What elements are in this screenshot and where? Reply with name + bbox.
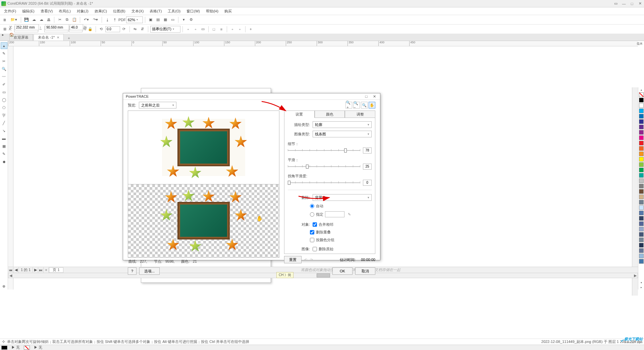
swatch-23[interactable] bbox=[639, 221, 644, 226]
shape-tool-icon[interactable]: ✎ bbox=[1, 50, 7, 57]
ellipse-tool-icon[interactable]: ◯ bbox=[1, 96, 7, 103]
tab-adjust[interactable]: 调整 bbox=[345, 111, 375, 118]
close-icon[interactable]: ✕ bbox=[637, 1, 643, 6]
swatch-21[interactable] bbox=[639, 211, 644, 215]
zoom-out-icon[interactable]: 🔍− bbox=[353, 102, 360, 108]
tab-add-icon[interactable]: ＋ bbox=[64, 36, 73, 41]
preview-pane[interactable]: ✋ bbox=[128, 111, 279, 258]
text-tool-icon[interactable]: 字 bbox=[1, 112, 7, 119]
menu-layout[interactable]: 布局(L) bbox=[56, 8, 73, 14]
preview-after[interactable]: ✋ bbox=[128, 184, 279, 258]
merge-checkbox[interactable] bbox=[313, 222, 317, 227]
ruler-horizontal[interactable]: 200 150 100 50 0 50 100 150 200 250 300 … bbox=[8, 41, 638, 46]
zoom-in-icon[interactable]: 🔍＋ bbox=[345, 102, 352, 108]
rotate-cw-icon[interactable]: ⟳ bbox=[121, 26, 127, 33]
zoom-tool-icon[interactable]: 🔍 bbox=[1, 65, 7, 72]
corner-slider[interactable] bbox=[288, 180, 360, 185]
trans2-icon[interactable]: ▫ bbox=[236, 26, 243, 33]
help-icon[interactable]: ▭ bbox=[613, 1, 619, 6]
palette-scroll-down-icon[interactable]: ▾ bbox=[638, 280, 644, 285]
delete-orig-checkbox[interactable] bbox=[313, 247, 317, 251]
tab-colors[interactable]: 颜色 bbox=[315, 111, 345, 118]
snap-icon[interactable]: ▾ bbox=[180, 16, 187, 23]
parallel-dim-tool-icon[interactable]: ╱ bbox=[1, 120, 7, 126]
palette-scroll-up-icon[interactable]: ▴ bbox=[638, 87, 644, 92]
object-origin-icon[interactable]: ⊞ bbox=[1, 26, 8, 33]
undo-icon[interactable]: ↶▾ bbox=[82, 16, 91, 23]
print-icon[interactable]: 🖶 bbox=[45, 16, 52, 23]
smooth-slider[interactable] bbox=[288, 164, 360, 169]
color-black-icon[interactable] bbox=[1, 346, 7, 350]
fullscreen-icon[interactable]: ▣ bbox=[147, 16, 154, 23]
tab-settings[interactable]: 设置 bbox=[284, 111, 315, 118]
eyedropper-icon[interactable]: ✎ bbox=[346, 211, 352, 217]
tab-document[interactable]: 未命名 -1*✕ bbox=[34, 34, 64, 41]
detail-slider[interactable] bbox=[288, 148, 360, 153]
swatch-4[interactable] bbox=[639, 119, 644, 124]
fill-tool-icon[interactable]: ◆ bbox=[1, 158, 7, 165]
swatch-29[interactable] bbox=[639, 254, 644, 258]
zoom-dropdown[interactable]: 62% bbox=[126, 16, 143, 23]
height-input[interactable] bbox=[45, 24, 69, 30]
page-next-icon[interactable]: ▶ bbox=[33, 267, 38, 273]
trans1-icon[interactable]: ▫ bbox=[229, 26, 236, 33]
swatch-30[interactable] bbox=[639, 259, 644, 264]
zoom-fit-icon[interactable]: 🔍 bbox=[361, 102, 368, 108]
copy-icon[interactable]: ⧉ bbox=[64, 16, 70, 23]
drop-shadow-tool-icon[interactable]: ▬ bbox=[1, 135, 7, 142]
swatch-15[interactable] bbox=[639, 178, 644, 183]
eyedropper-tool-icon[interactable]: ✎ bbox=[1, 150, 7, 157]
auto-radio[interactable] bbox=[310, 204, 314, 208]
pick-tool-corner-icon[interactable]: ▸ bbox=[2, 33, 4, 37]
paste-icon[interactable]: 📋 bbox=[71, 16, 78, 23]
minimize-icon[interactable]: — bbox=[621, 1, 627, 6]
pan-icon[interactable]: ✋ bbox=[369, 102, 375, 108]
menu-buy[interactable]: 购买 bbox=[222, 8, 234, 14]
save-icon[interactable]: 💾 bbox=[23, 16, 30, 23]
export-icon[interactable]: ⭱ bbox=[111, 16, 118, 23]
swatch-25[interactable] bbox=[639, 232, 644, 237]
open-icon[interactable]: 📁▾ bbox=[9, 16, 19, 23]
home-tab-icon[interactable]: 🏠 bbox=[9, 33, 14, 37]
page-add-icon[interactable]: ＋ bbox=[44, 267, 49, 273]
smooth-value[interactable]: 25 bbox=[363, 164, 372, 170]
swatch-1[interactable] bbox=[639, 103, 644, 108]
cloud-up-icon[interactable]: ☁ bbox=[38, 16, 45, 23]
page-last-icon[interactable]: ⏭ bbox=[38, 267, 44, 273]
cut-icon[interactable]: ✂ bbox=[56, 16, 63, 23]
menu-text[interactable]: 文本(X) bbox=[129, 8, 147, 14]
outline-none-icon[interactable] bbox=[24, 346, 30, 350]
menu-bitmap[interactable]: 位图(B) bbox=[110, 8, 128, 14]
swatch-14[interactable] bbox=[639, 173, 644, 178]
import-icon[interactable]: ⭳ bbox=[104, 16, 111, 23]
cancel-button[interactable]: 取消 bbox=[355, 267, 375, 275]
scaley-input[interactable] bbox=[70, 24, 83, 30]
new-icon[interactable]: 🗎 bbox=[1, 16, 8, 23]
menu-table[interactable]: 表格(T) bbox=[147, 8, 164, 14]
rotate-ccw-icon[interactable]: ⟲ bbox=[98, 26, 105, 33]
swatch-20[interactable] bbox=[639, 205, 644, 210]
menu-file[interactable]: 文件(F) bbox=[1, 8, 19, 14]
tab-close-icon[interactable]: ✕ bbox=[57, 36, 59, 39]
quick-customize-icon[interactable]: ⊕ bbox=[1, 283, 7, 290]
menu-tools[interactable]: 工具(O) bbox=[165, 8, 183, 14]
page-tab[interactable]: 页 1 bbox=[49, 267, 63, 273]
swatch-6[interactable] bbox=[639, 130, 644, 135]
crop-tool-icon[interactable]: ✂ bbox=[1, 58, 7, 64]
polygon-tool-icon[interactable]: ⬠ bbox=[1, 104, 7, 111]
crop-icon-2[interactable]: □ bbox=[211, 26, 217, 33]
mirror-h-icon[interactable]: ⇋ bbox=[132, 26, 139, 33]
options-button[interactable]: 选项... bbox=[139, 267, 160, 275]
page-prev-icon[interactable]: ◀ bbox=[13, 267, 19, 273]
swatch-28[interactable] bbox=[639, 248, 644, 253]
swatch-22[interactable] bbox=[639, 216, 644, 221]
swatch-16[interactable] bbox=[639, 184, 644, 188]
swatch-13[interactable] bbox=[639, 168, 644, 172]
right-dock[interactable] bbox=[632, 87, 638, 296]
preview-dropdown[interactable]: 之前和之后 bbox=[139, 102, 176, 108]
options-icon[interactable]: ⚙ bbox=[188, 16, 195, 23]
reset-button[interactable]: 重置 bbox=[284, 256, 302, 263]
mirror-v-icon[interactable]: ⇵ bbox=[139, 26, 146, 33]
menu-help[interactable]: 帮助(H) bbox=[203, 8, 221, 14]
maximize-icon[interactable]: □ bbox=[629, 1, 635, 6]
